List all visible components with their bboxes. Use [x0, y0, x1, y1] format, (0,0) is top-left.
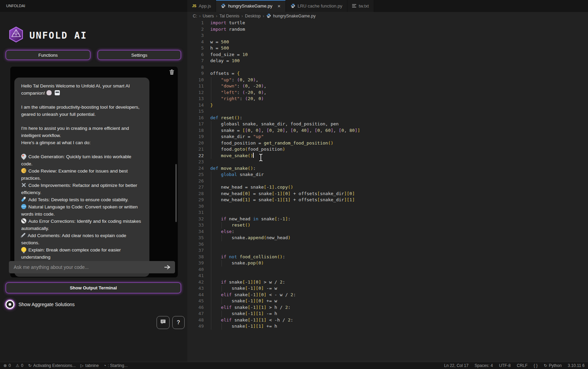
gutter-line[interactable]: 39: [187, 260, 204, 266]
code-line[interactable]: globasl snake, snake_dir, food_position,…: [210, 121, 588, 127]
gutter-line[interactable]: 1: [187, 20, 204, 26]
gutter-line[interactable]: 5: [187, 45, 204, 52]
code-line[interactable]: move_snake(): [210, 153, 588, 159]
settings-button[interactable]: Settings: [97, 50, 181, 60]
gutter-line[interactable]: 4: [187, 39, 204, 45]
tab-App.js[interactable]: JSApp.js: [187, 0, 216, 12]
code-line[interactable]: w = 500: [210, 39, 588, 45]
gutter-line[interactable]: 13: [187, 96, 204, 102]
code-line[interactable]: [210, 159, 588, 165]
code-line[interactable]: [210, 241, 588, 248]
send-icon[interactable]: [163, 264, 171, 270]
code-line[interactable]: }: [210, 102, 588, 109]
gutter-line[interactable]: 27: [187, 184, 204, 191]
gutter-line[interactable]: 26: [187, 178, 204, 184]
code-line[interactable]: new_head[0] = snake[-1][0] + offsets[sna…: [210, 191, 588, 197]
gutter-line[interactable]: 23: [187, 159, 204, 165]
gutter-line[interactable]: 43: [187, 285, 204, 292]
status-item[interactable]: Ln 22, Col 17: [444, 363, 468, 368]
code-line[interactable]: food_size = 10: [210, 52, 588, 58]
gutter-line[interactable]: 12: [187, 90, 204, 96]
gutter-line[interactable]: 34: [187, 229, 204, 235]
code-line[interactable]: elif snake[-1][1] < -h / 2:: [210, 317, 588, 324]
code-line[interactable]: [210, 273, 588, 279]
gutter-line[interactable]: 22: [187, 153, 204, 159]
status-item[interactable]: ⚠0: [16, 363, 23, 368]
breadcrumb-item[interactable]: Desktop: [245, 14, 261, 18]
gutter-line[interactable]: 6: [187, 52, 204, 58]
gutter-line[interactable]: 28: [187, 191, 204, 197]
aggregate-solutions-radio[interactable]: [5, 300, 14, 309]
chat-input[interactable]: [13, 264, 163, 270]
code-line[interactable]: import turtle: [210, 20, 588, 26]
code-line[interactable]: elif snake[-1][0] < - w / 2:: [210, 292, 588, 298]
feedback-button[interactable]: [157, 316, 170, 329]
gutter-line[interactable]: 33: [187, 222, 204, 229]
gutter-line[interactable]: 19: [187, 134, 204, 140]
functions-button[interactable]: Functions: [5, 50, 91, 60]
gutter-line[interactable]: 45: [187, 298, 204, 304]
code-line[interactable]: def reset():: [210, 115, 588, 121]
gutter-line[interactable]: 25: [187, 172, 204, 178]
code-line[interactable]: if not food_collision():: [210, 254, 588, 260]
gutter-line[interactable]: 10: [187, 77, 204, 83]
code-line[interactable]: snake.pop(0): [210, 260, 588, 266]
chat-scrollbar[interactable]: [175, 164, 177, 222]
gutter-line[interactable]: 36: [187, 241, 204, 248]
code-line[interactable]: [210, 178, 588, 184]
code-line[interactable]: new_head[1] = snake[-1][1] + offsets[sna…: [210, 197, 588, 203]
status-item[interactable]: 3.10.11 6: [568, 363, 585, 368]
code-line[interactable]: offsets = {: [210, 70, 588, 77]
code-line[interactable]: [210, 266, 588, 273]
gutter-line[interactable]: 31: [187, 209, 204, 216]
gutter-line[interactable]: 48: [187, 317, 204, 324]
code-line[interactable]: snake[-1][1] -= h: [210, 311, 588, 317]
status-item[interactable]: UTF-8: [499, 363, 511, 368]
gutter-line[interactable]: 9: [187, 70, 204, 77]
status-item[interactable]: ↻Python: [544, 363, 561, 368]
breadcrumb-file[interactable]: hungrySnakeGame.py: [273, 14, 316, 18]
code-line[interactable]: "left": (-20, 0),: [210, 90, 588, 96]
status-item[interactable]: ▷tabnine: [80, 363, 99, 368]
code-line[interactable]: snake_dir = "up": [210, 134, 588, 140]
breadcrumb-item[interactable]: Users: [203, 14, 214, 18]
gutter-line[interactable]: 20: [187, 140, 204, 147]
close-icon[interactable]: ×: [278, 3, 281, 9]
code-line[interactable]: [210, 209, 588, 216]
status-item[interactable]: ↻Activating Extensions...: [28, 363, 76, 368]
status-item[interactable]: { }: [534, 363, 537, 368]
breadcrumb-item[interactable]: Tal Dennis: [219, 14, 239, 18]
code-line[interactable]: snake.append(new_head): [210, 235, 588, 241]
gutter-line[interactable]: 8: [187, 64, 204, 71]
gutter-line[interactable]: 35: [187, 235, 204, 241]
code-line[interactable]: else:: [210, 229, 588, 235]
trash-icon[interactable]: [169, 69, 174, 76]
gutter-line[interactable]: 7: [187, 58, 204, 64]
show-output-terminal-button[interactable]: Show Output Terminal: [5, 282, 181, 293]
code-line[interactable]: [210, 32, 588, 39]
code-line[interactable]: import random: [210, 26, 588, 33]
gutter-line[interactable]: 38: [187, 254, 204, 260]
code-line[interactable]: snake[-1][0] += w: [210, 298, 588, 304]
tab-hungrySnakeGame.py[interactable]: hungrySnakeGame.py×: [216, 0, 285, 12]
gutter-line[interactable]: 2: [187, 26, 204, 33]
breadcrumb-item[interactable]: C:: [193, 14, 197, 18]
gutter-line[interactable]: 37: [187, 247, 204, 254]
gutter-line[interactable]: 18: [187, 127, 204, 134]
code-line[interactable]: [210, 108, 588, 115]
gutter-line[interactable]: 21: [187, 146, 204, 153]
code-line[interactable]: "down": (0, -20),: [210, 83, 588, 90]
code-line[interactable]: h = 500: [210, 45, 588, 52]
gutter-line[interactable]: 11: [187, 83, 204, 90]
code-column[interactable]: import turtleimport randomw = 500h = 500…: [204, 20, 588, 362]
code-line[interactable]: food_position = get_random_food_position…: [210, 140, 588, 147]
help-button[interactable]: ?: [172, 316, 185, 329]
code-line[interactable]: food.goto(food_position): [210, 146, 588, 153]
status-item[interactable]: ⊗0: [3, 363, 11, 368]
code-line[interactable]: def move_snake():: [210, 165, 588, 172]
code-line[interactable]: [210, 64, 588, 71]
gutter[interactable]: 1234567891011121314151617181920212223242…: [187, 20, 204, 362]
code-line[interactable]: reset(): [210, 222, 588, 229]
gutter-line[interactable]: 16: [187, 115, 204, 121]
code-line[interactable]: [210, 247, 588, 254]
